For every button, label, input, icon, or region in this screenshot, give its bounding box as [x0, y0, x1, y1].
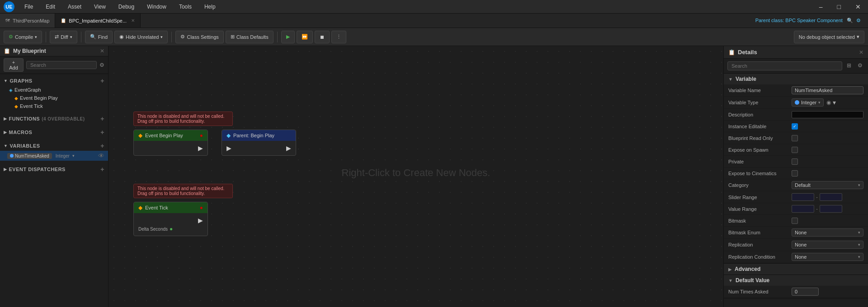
parent-class-search-icon[interactable]: 🔍	[847, 18, 853, 23]
functions-section-header[interactable]: ▶ FUNCTIONS (4 OVERRIDABLE) +	[0, 114, 108, 124]
variables-section-header[interactable]: ▼ VARIABLES +	[0, 141, 108, 151]
compile-button[interactable]: ⚙ Compile ▾	[4, 31, 42, 43]
play-button[interactable]: ▶	[281, 31, 295, 43]
left-panel-close[interactable]: ✕	[100, 48, 104, 54]
variable-type-dropdown[interactable]: ▾	[72, 154, 75, 158]
replication-dropdown[interactable]: None ▾	[792, 241, 863, 249]
parent-class-info: Parent class: BPC Speaker Component 🔍 ⚙	[755, 18, 868, 23]
variable-section-header[interactable]: ▼ Variable	[724, 74, 868, 84]
hide-unrelated-dropdown-icon[interactable]: ▾	[160, 35, 163, 39]
event-dispatchers-header[interactable]: ▶ EVENT DISPATCHERS +	[0, 164, 108, 174]
add-variable-button[interactable]: + Add	[4, 58, 24, 72]
menu-debug[interactable]: Debug	[116, 3, 137, 11]
details-table-icon[interactable]: ⊞	[845, 61, 853, 70]
menu-file[interactable]: File	[22, 3, 36, 11]
numtimesasked-variable-item[interactable]: NumTimesAsked Integer ▾ 👁	[0, 151, 108, 161]
expose-on-spawn-checkbox[interactable]	[792, 147, 798, 153]
eventgraph-item[interactable]: ◈ EventGraph	[0, 86, 108, 94]
menu-edit[interactable]: Edit	[43, 3, 58, 11]
blueprint-canvas[interactable]: Right-Click to Create New Nodes. This no…	[108, 46, 723, 307]
value-range-min[interactable]	[792, 205, 814, 213]
instance-editable-checkbox[interactable]	[792, 123, 798, 130]
slider-range-min[interactable]	[792, 193, 814, 201]
details-close-button[interactable]: ✕	[859, 49, 863, 56]
details-panel: 📋 Details ✕ ⊞ ⚙ ▼ Variable Variable Name	[723, 46, 868, 307]
blueprint-read-only-checkbox[interactable]	[792, 135, 798, 141]
event-tick-exec-pin[interactable]: ▶	[198, 217, 203, 224]
blueprint-search-input[interactable]	[26, 61, 97, 69]
graphs-add-icon[interactable]: +	[100, 77, 104, 84]
event-tick-node[interactable]: ◆ Event Tick ● ▶ Delta Seconds ●	[133, 202, 208, 236]
menu-tools[interactable]: Tools	[176, 3, 194, 11]
event-begin-play-body: ▶	[134, 141, 208, 155]
resume-button[interactable]: ⏩	[297, 31, 313, 43]
details-search-input[interactable]	[727, 61, 842, 70]
value-range-max[interactable]	[820, 205, 842, 213]
parent-begin-play-pins: ▶ ▶	[226, 144, 291, 152]
find-button[interactable]: 🔍 Find	[85, 31, 113, 43]
diff-dropdown-icon[interactable]: ▾	[70, 35, 72, 39]
graphs-section-header[interactable]: ▼ GRAPHS +	[0, 76, 108, 86]
blueprint-settings-icon[interactable]: ⚙	[99, 62, 104, 68]
bitmask-enum-dropdown[interactable]: None ▾	[792, 228, 863, 237]
menu-window[interactable]: Window	[144, 3, 169, 11]
expose-to-cinematics-checkbox[interactable]	[792, 170, 798, 177]
diff-button[interactable]: ⇄ Diff ▾	[50, 31, 77, 43]
variables-add-icon[interactable]: +	[100, 142, 104, 149]
class-settings-icon: ⚙	[180, 34, 185, 40]
details-settings-icon[interactable]: ⚙	[856, 61, 864, 70]
macros-add-icon[interactable]: +	[100, 129, 104, 136]
event-begin-play-node[interactable]: ◆ Event Begin Play ● ▶	[133, 130, 208, 156]
parent-class-settings-icon[interactable]: ⚙	[856, 18, 861, 23]
value-range-label: Value Range	[728, 206, 792, 212]
macros-section-header[interactable]: ▶ MACROS +	[0, 127, 108, 137]
tab-blueprint[interactable]: 📋 BPC_ImpatientChildSpe... ✕	[55, 14, 141, 28]
parent-begin-play-in-pin[interactable]: ▶	[226, 144, 231, 152]
debug-selector-label: No debug object selected	[799, 34, 855, 40]
menu-help[interactable]: Help	[202, 3, 218, 11]
variable-type-dropdown[interactable]: Integer ▾	[792, 98, 824, 107]
category-dropdown[interactable]: Default ▾	[792, 181, 863, 189]
description-input[interactable]	[792, 111, 863, 118]
menu-view[interactable]: View	[91, 3, 108, 11]
bitmask-checkbox[interactable]	[792, 218, 798, 224]
advanced-section-header[interactable]: ▶ Advanced	[724, 264, 868, 274]
tab-thirdpersonmap[interactable]: 🗺 ThirdPersonMap	[0, 14, 55, 28]
variable-type-label-text: Variable Type	[728, 100, 792, 105]
class-defaults-button[interactable]: ⊞ Class Defaults	[226, 31, 274, 43]
event-tick-disable-toggle[interactable]: ●	[200, 205, 203, 211]
event-tick-label: Event Tick	[20, 103, 43, 109]
parent-begin-play-out-pin[interactable]: ▶	[286, 144, 291, 152]
event-begin-play-item[interactable]: ◆ Event Begin Play	[0, 94, 108, 102]
compile-dropdown-icon[interactable]: ▾	[35, 35, 37, 39]
hide-unrelated-button[interactable]: ◉ Hide Unrelated ▾	[114, 31, 168, 43]
parent-class-value[interactable]: BPC Speaker Component	[785, 18, 843, 23]
variable-eye-icon[interactable]: 👁	[98, 152, 104, 159]
replication-condition-dropdown[interactable]: None ▾	[792, 253, 863, 261]
slider-range-max[interactable]	[820, 193, 842, 201]
event-begin-play-exec-pin[interactable]: ▶	[198, 144, 203, 152]
functions-add-icon[interactable]: +	[100, 115, 104, 122]
variable-type-extra[interactable]: ▾	[833, 99, 836, 106]
event-begin-play-disable-toggle[interactable]: ●	[200, 132, 203, 139]
close-button[interactable]: ✕	[852, 2, 864, 11]
default-value-header[interactable]: ▼ Default Value	[724, 275, 868, 286]
debug-object-selector[interactable]: No debug object selected ▾	[794, 31, 864, 43]
more-options-button[interactable]: ⋮	[331, 31, 346, 43]
variable-type-toggle[interactable]: ◉	[826, 99, 831, 106]
class-settings-button[interactable]: ⚙ Class Settings	[175, 31, 223, 43]
variable-name-input[interactable]	[792, 86, 863, 94]
private-checkbox[interactable]	[792, 158, 798, 165]
variable-name-value	[792, 86, 863, 94]
event-tick-item[interactable]: ◆ Event Tick	[0, 102, 108, 110]
num-times-asked-input[interactable]	[792, 288, 819, 296]
menu-asset[interactable]: Asset	[65, 3, 84, 11]
parent-begin-play-node[interactable]: ◆ Parent: Begin Play ▶ ▶	[222, 130, 296, 156]
minimize-button[interactable]: –	[816, 2, 826, 11]
event-dispatchers-add-icon[interactable]: +	[100, 166, 104, 173]
tab-blueprint-close[interactable]: ✕	[131, 18, 135, 23]
delta-seconds-pin[interactable]: ●	[170, 226, 173, 232]
bitmask-enum-row: Bitmask Enum None ▾	[724, 227, 868, 239]
maximize-button[interactable]: □	[834, 2, 844, 11]
stop-button[interactable]: ⏹	[315, 31, 330, 43]
